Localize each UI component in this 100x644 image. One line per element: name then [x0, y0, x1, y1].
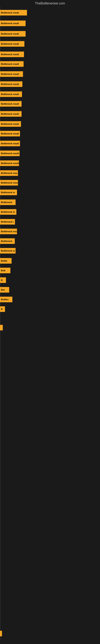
bar-label: Bottlen [1, 298, 9, 301]
bar-label: Bottleneck r [1, 220, 14, 223]
bar-item: Bottleneck result [0, 131, 20, 136]
bar-label: Bottleneck result [1, 22, 19, 24]
bar-item: Bottleneck result [0, 101, 22, 107]
bar-item: Bottleneck re [0, 209, 16, 215]
bar: Bottleneck result [0, 31, 26, 37]
bar-label: Bottleneck result [1, 113, 19, 115]
bar: Bottleneck result [0, 131, 20, 136]
title-text: TheBottlenecker.com [35, 2, 65, 5]
bar: Bottleneck result [0, 150, 20, 156]
bar: Bot [0, 287, 9, 292]
bar: Bottleneck result [0, 61, 24, 67]
site-title: TheBottlenecker.com [0, 0, 100, 7]
bar-item: Bottleneck result [0, 52, 24, 57]
bar: Bottleneck result [0, 81, 22, 87]
bar-label: Bottleneck result [1, 83, 19, 85]
bar-item: Bottleneck re [0, 190, 17, 195]
bar: Bottleneck result [0, 41, 24, 47]
bar-label: Bottleneck [1, 240, 12, 242]
bar-item: Bottleneck result [0, 81, 22, 87]
bar-item: Bottleneck [0, 238, 15, 244]
bar: Bottleneck resu [0, 170, 18, 176]
bar-label: B [1, 308, 2, 310]
bar-item: Bottleneck result [0, 160, 19, 166]
bar-item [0, 325, 3, 330]
bar-label: Bott [1, 269, 5, 272]
bar-label: Bottle [1, 260, 7, 262]
bar-label: Bottleneck result [1, 43, 19, 45]
bar-label: Bottleneck re [1, 250, 15, 252]
bar: Bottlen [0, 297, 12, 302]
bar-label: Bottleneck result [1, 152, 19, 154]
bar: Bottleneck result [0, 20, 26, 26]
bar-label: B [1, 279, 2, 281]
bar-item: Bottleneck result [0, 41, 24, 47]
bar: Bottleneck result [0, 111, 22, 117]
bar-item: Bottleneck result [0, 180, 18, 186]
bar-label: Bottleneck result [1, 32, 19, 35]
bar-item: Bottleneck result [0, 71, 23, 77]
bar-label: Bottleneck result [1, 93, 19, 96]
bar-item: Bottlen [0, 297, 12, 302]
bar-item: Bottleneck result [0, 121, 21, 127]
bar-label: Bottleneck [1, 201, 12, 204]
bar: Bottleneck r [0, 219, 15, 224]
bar-item: Bottleneck result [0, 111, 22, 117]
bar: Bottleneck result [0, 160, 19, 166]
bar: B [0, 277, 6, 283]
bar [0, 631, 2, 636]
bar-item: Bot [0, 287, 9, 292]
bar: Bottleneck resu [0, 228, 17, 234]
bar-item: Bottleneck result [0, 10, 27, 16]
bar-item: Bottleneck resu [0, 170, 18, 176]
bar: Bottleneck re [0, 190, 17, 195]
bar: Bottleneck result [0, 52, 24, 57]
bar-label: Bottleneck result [1, 132, 19, 135]
bar: Bottleneck [0, 238, 15, 244]
bar-item: Bottleneck r [0, 219, 15, 224]
bar-label: Bottleneck re [1, 191, 15, 194]
bar-item: Bottleneck result [0, 20, 26, 26]
bar-item: Bottleneck result [0, 150, 20, 156]
bar-item: Bottle [0, 258, 12, 264]
bar-label: Bottleneck result [1, 63, 19, 65]
bar: Bott [0, 268, 10, 273]
bar-label: Bottleneck resu [1, 230, 17, 233]
bar-item: Bottleneck re [0, 248, 16, 254]
bar-item: B [0, 306, 5, 312]
bar: Bottle [0, 258, 12, 264]
bar: Bottleneck result [0, 180, 18, 186]
bar-label: Bottleneck result [1, 12, 19, 14]
bar-label: Bottleneck resu [1, 172, 18, 174]
bar: Bottleneck result [0, 71, 23, 77]
bar: Bottleneck re [0, 248, 16, 254]
bar-item [0, 631, 2, 636]
bar-item: Bottleneck result [0, 61, 24, 67]
bar-label: Bottleneck result [1, 53, 19, 56]
bar-item: Bott [0, 268, 10, 273]
bar-item: B [0, 277, 6, 283]
bar-item: Bottleneck result [0, 141, 20, 146]
chart-area: Bottleneck resultBottleneck resultBottle… [0, 7, 100, 641]
bar-label: Bottleneck result [1, 73, 19, 75]
bar: B [0, 306, 5, 312]
bar-label: Bottleneck result [1, 142, 19, 145]
bar-label: Bottleneck result [1, 182, 18, 184]
bar: Bottleneck result [0, 91, 22, 97]
bar-label: Bottleneck result [1, 123, 19, 125]
bar-item: Bottleneck result [0, 91, 22, 97]
bar: Bottleneck [0, 200, 16, 205]
bar: Bottleneck result [0, 141, 20, 146]
bar-label: Bot [1, 288, 4, 291]
bar-item: Bottleneck [0, 200, 16, 205]
bar: Bottleneck result [0, 10, 27, 16]
bar [0, 325, 3, 330]
bar-item: Bottleneck resu [0, 228, 17, 234]
bar: Bottleneck result [0, 101, 22, 107]
bar-item: Bottleneck result [0, 31, 26, 37]
bar: Bottleneck result [0, 121, 21, 127]
bar-label: Bottleneck result [1, 103, 19, 105]
bar: Bottleneck re [0, 209, 16, 215]
bar-label: Bottleneck result [1, 162, 19, 164]
bar-label: Bottleneck re [1, 211, 15, 213]
